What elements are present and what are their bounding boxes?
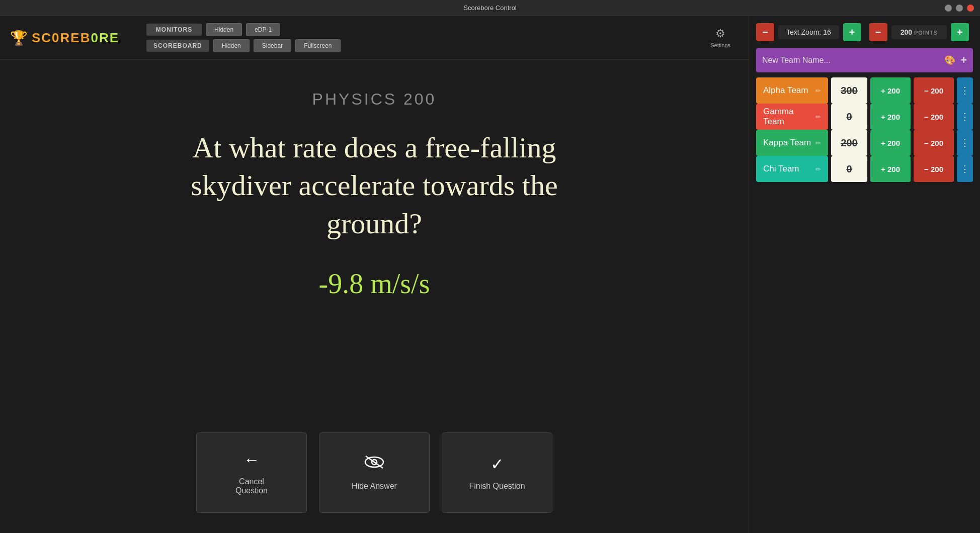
team-name-1: Gamma Team xyxy=(763,107,811,127)
eye-slash-icon xyxy=(364,455,384,474)
close-button[interactable] xyxy=(967,5,974,12)
cancel-label: CancelQuestion xyxy=(235,477,268,495)
team-row: Chi Team ✏ 0 + 200 − 200 ⋮ xyxy=(756,156,973,182)
text-zoom-minus-button[interactable]: − xyxy=(756,23,774,41)
finish-question-button[interactable]: ✓ Finish Question xyxy=(442,432,552,513)
team-edit-icon-3[interactable]: ✏ xyxy=(815,165,821,173)
palette-icon[interactable]: 🎨 xyxy=(944,55,955,66)
points-minus-button[interactable]: − xyxy=(869,23,887,41)
scoreboard-sidebar-button[interactable]: Sidebar xyxy=(254,39,291,52)
hide-answer-button[interactable]: Hide Answer xyxy=(319,432,430,513)
team-score-0: 300 xyxy=(831,77,867,104)
team-score-1: 0 xyxy=(831,104,867,130)
team-plus-button-3[interactable]: + 200 xyxy=(870,156,911,182)
teams-container: Alpha Team ✏ 300 + 200 − 200 ⋮ Gamma Tea… xyxy=(756,77,973,182)
team-edit-icon-1[interactable]: ✏ xyxy=(815,113,821,121)
checkmark-icon: ✓ xyxy=(491,455,504,474)
monitors-hidden-button[interactable]: Hidden xyxy=(206,23,242,36)
team-minus-button-3[interactable]: − 200 xyxy=(914,156,954,182)
logo: 🏆 SC0REB0RE xyxy=(10,30,119,46)
main-container: 🏆 SC0REB0RE MONITORS Hidden eDP-1 SCOREB… xyxy=(0,16,980,533)
team-row: Alpha Team ✏ 300 + 200 − 200 ⋮ xyxy=(756,77,973,104)
question-category: PHYSICS 200 xyxy=(312,90,437,109)
team-minus-button-1[interactable]: − 200 xyxy=(914,104,954,130)
logo-icon: 🏆 xyxy=(10,30,28,46)
add-team-icon[interactable]: + xyxy=(960,54,967,67)
app-title: Scorebore Control xyxy=(463,4,517,12)
settings-button[interactable]: ⚙ Settings xyxy=(702,23,739,52)
monitors-label: MONITORS xyxy=(146,24,202,36)
new-team-input[interactable] xyxy=(762,56,944,65)
bottom-buttons: ← CancelQuestion Hide Answer ✓ xyxy=(196,432,552,513)
scoreboard-row: SCOREBOARD Hidden Sidebar Fullscreen xyxy=(146,39,340,52)
scoreboard-label: SCOREBOARD xyxy=(146,40,209,52)
team-name-cell-2: Kappa Team ✏ xyxy=(756,130,828,156)
title-bar-controls xyxy=(945,5,974,12)
team-more-button-0[interactable]: ⋮ xyxy=(957,77,973,104)
logo-text: SC0REB0RE xyxy=(32,30,119,46)
monitor-controls: MONITORS Hidden eDP-1 SCOREBOARD Hidden … xyxy=(146,23,340,52)
gear-icon: ⚙ xyxy=(715,27,725,40)
title-bar: Scorebore Control xyxy=(0,0,980,16)
points-plus-button[interactable]: + xyxy=(951,23,969,41)
new-team-icons: 🎨 + xyxy=(944,54,967,67)
team-minus-button-2[interactable]: − 200 xyxy=(914,130,954,156)
zoom-row: − Text Zoom: 16 + − 200 POINTS + xyxy=(756,23,973,41)
right-panel: − Text Zoom: 16 + − 200 POINTS + 🎨 + xyxy=(749,16,980,533)
minimize-button[interactable] xyxy=(945,5,952,12)
team-name-cell-1: Gamma Team ✏ xyxy=(756,104,828,130)
question-text: At what rate does a free-falling skydive… xyxy=(158,129,591,242)
text-zoom-plus-button[interactable]: + xyxy=(843,23,861,41)
cancel-question-button[interactable]: ← CancelQuestion xyxy=(196,432,307,513)
team-minus-button-0[interactable]: − 200 xyxy=(914,77,954,104)
settings-label: Settings xyxy=(710,42,730,48)
team-name-0: Alpha Team xyxy=(763,85,811,96)
text-zoom-label: Text Zoom: 16 xyxy=(778,25,839,39)
team-plus-button-0[interactable]: + 200 xyxy=(870,77,911,104)
team-name-3: Chi Team xyxy=(763,164,811,174)
points-display: − 200 POINTS + xyxy=(869,23,969,41)
team-more-button-2[interactable]: ⋮ xyxy=(957,130,973,156)
team-more-button-1[interactable]: ⋮ xyxy=(957,104,973,130)
team-row: Kappa Team ✏ 200 + 200 − 200 ⋮ xyxy=(756,130,973,156)
content-area: PHYSICS 200 At what rate does a free-fal… xyxy=(0,60,749,533)
answer-text: -9.8 m/s/s xyxy=(319,268,430,300)
monitors-row: MONITORS Hidden eDP-1 xyxy=(146,23,340,36)
team-plus-button-1[interactable]: + 200 xyxy=(870,104,911,130)
finish-label: Finish Question xyxy=(469,482,525,491)
maximize-button[interactable] xyxy=(956,5,963,12)
logo-sc: SC0REB xyxy=(32,30,91,45)
hide-answer-label: Hide Answer xyxy=(352,482,397,491)
team-score-3: 0 xyxy=(831,156,867,182)
team-name-2: Kappa Team xyxy=(763,138,811,148)
left-panel: 🏆 SC0REB0RE MONITORS Hidden eDP-1 SCOREB… xyxy=(0,16,749,533)
team-edit-icon-0[interactable]: ✏ xyxy=(815,87,821,95)
team-name-cell-3: Chi Team ✏ xyxy=(756,156,828,182)
scoreboard-hidden-button[interactable]: Hidden xyxy=(213,39,250,52)
monitors-edp-button[interactable]: eDP-1 xyxy=(246,23,280,36)
header-bar: 🏆 SC0REB0RE MONITORS Hidden eDP-1 SCOREB… xyxy=(0,16,749,60)
team-more-button-3[interactable]: ⋮ xyxy=(957,156,973,182)
points-unit-label: POINTS xyxy=(914,30,938,36)
team-edit-icon-2[interactable]: ✏ xyxy=(815,139,821,147)
team-score-2: 200 xyxy=(831,130,867,156)
back-arrow-icon: ← xyxy=(243,451,260,469)
points-value: 200 POINTS xyxy=(891,25,947,39)
logo-ore: 0RE xyxy=(91,30,119,45)
scoreboard-fullscreen-button[interactable]: Fullscreen xyxy=(295,39,340,52)
new-team-row: 🎨 + xyxy=(756,48,973,72)
team-row: Gamma Team ✏ 0 + 200 − 200 ⋮ xyxy=(756,104,973,130)
team-name-cell-0: Alpha Team ✏ xyxy=(756,77,828,104)
team-plus-button-2[interactable]: + 200 xyxy=(870,130,911,156)
